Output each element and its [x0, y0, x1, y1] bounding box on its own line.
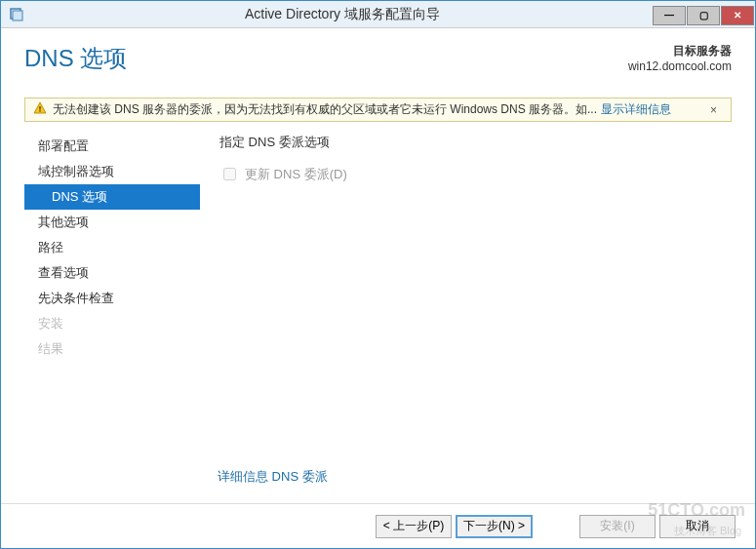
sidebar-item-results: 结果 [24, 336, 200, 362]
warning-icon [33, 101, 47, 118]
titlebar: Active Directory 域服务配置向导 — ▢ ✕ [1, 1, 755, 28]
warning-bar: 无法创建该 DNS 服务器的委派，因为无法找到有权威的父区域或者它未运行 Win… [24, 98, 732, 122]
warning-text: 无法创建该 DNS 服务器的委派，因为无法找到有权威的父区域或者它未运行 Win… [53, 101, 597, 118]
sidebar: 部署配置 域控制器选项 DNS 选项 其他选项 路径 查看选项 先决条件检查 安… [24, 134, 200, 362]
sidebar-item-other-options[interactable]: 其他选项 [24, 210, 200, 235]
cancel-button[interactable]: 取消 [659, 515, 736, 538]
sidebar-item-prereq-check[interactable]: 先决条件检查 [24, 286, 200, 311]
warning-details-link[interactable]: 显示详细信息 [601, 101, 671, 118]
body-row: 部署配置 域控制器选项 DNS 选项 其他选项 路径 查看选项 先决条件检查 安… [24, 134, 732, 362]
sidebar-item-dc-options[interactable]: 域控制器选项 [24, 159, 200, 184]
more-info-link[interactable]: 详细信息 DNS 委派 [218, 468, 328, 486]
content-area: DNS 选项 目标服务器 win12.domcool.com 无法创建该 DNS… [1, 28, 755, 548]
close-button[interactable]: ✕ [721, 6, 754, 25]
install-button: 安装(I) [579, 515, 656, 538]
main-pane: 指定 DNS 委派选项 更新 DNS 委派(D) [200, 134, 732, 362]
window-title: Active Directory 域服务配置向导 [32, 6, 653, 23]
sidebar-item-install: 安装 [24, 311, 200, 336]
footer: < 上一步(P) 下一步(N) > 安装(I) 取消 [1, 503, 755, 548]
svg-rect-1 [13, 11, 22, 20]
target-server-label: 目标服务器 [628, 43, 732, 59]
target-server-block: 目标服务器 win12.domcool.com [628, 43, 732, 73]
svg-rect-2 [39, 106, 40, 110]
sidebar-item-review[interactable]: 查看选项 [24, 260, 200, 286]
next-button[interactable]: 下一步(N) > [456, 515, 533, 538]
sidebar-item-deployment-config[interactable]: 部署配置 [24, 134, 200, 159]
update-dns-delegation-row: 更新 DNS 委派(D) [219, 165, 732, 183]
target-server-value: win12.domcool.com [628, 59, 732, 73]
update-dns-delegation-label: 更新 DNS 委派(D) [245, 166, 347, 183]
app-icon [7, 5, 26, 24]
update-dns-delegation-checkbox [223, 168, 236, 180]
previous-button[interactable]: < 上一步(P) [376, 515, 452, 538]
section-heading: 指定 DNS 委派选项 [219, 134, 732, 151]
page-title: DNS 选项 [24, 43, 127, 74]
window-controls: — ▢ ✕ [653, 4, 755, 25]
svg-rect-3 [39, 110, 40, 111]
sidebar-item-paths[interactable]: 路径 [24, 235, 200, 260]
minimize-button[interactable]: — [653, 6, 686, 25]
warning-close-icon[interactable]: × [704, 103, 723, 117]
maximize-button[interactable]: ▢ [687, 6, 720, 25]
header-row: DNS 选项 目标服务器 win12.domcool.com [24, 43, 732, 74]
sidebar-item-dns-options[interactable]: DNS 选项 [24, 184, 200, 210]
